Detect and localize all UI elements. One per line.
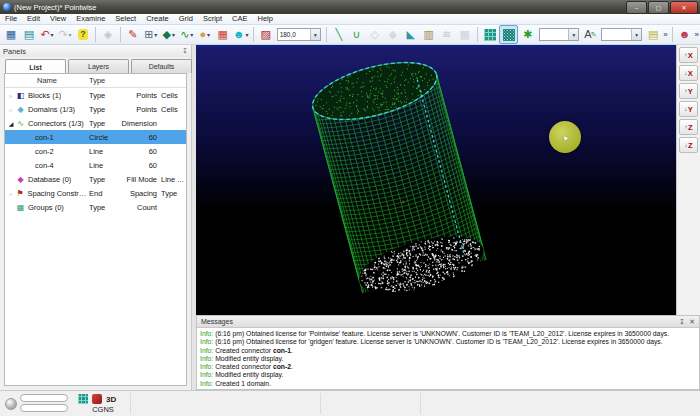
cube-wireframe-icon-glyph: ⊞ [144, 29, 153, 40]
rotation-angle-combo[interactable]: 180,0▾ [277, 28, 321, 41]
status-icons: 3D [78, 394, 116, 404]
tree-row-database-0[interactable]: ◆Database (0)TypeFill ModeLine ... [5, 172, 186, 186]
menu-item-create[interactable]: Create [141, 14, 174, 24]
pin-icon[interactable]: ↧ [182, 47, 188, 55]
menu-item-cae[interactable]: CAE [227, 14, 252, 24]
tree-cell-value: Points [117, 105, 157, 114]
connector-curve-icon[interactable]: ∿▾ [178, 26, 195, 43]
menu-item-help[interactable]: Help [252, 14, 277, 24]
cube-wireframe-icon[interactable]: ⊞▾ [142, 26, 159, 43]
view-minus-z-button[interactable]: ↓Z [679, 137, 698, 153]
draw-line-icon[interactable]: ╲ [330, 26, 347, 43]
menu-item-view[interactable]: View [45, 14, 71, 24]
chevron-down-icon[interactable]: ▾ [51, 31, 54, 38]
groups-icon: ▦ [15, 203, 26, 212]
tree-cell-type: Type [89, 91, 117, 100]
tree-row-groups-0[interactable]: ▦Groups (0)TypeCount [5, 200, 186, 214]
message-info-label: Info: [200, 355, 215, 362]
structured-grid-icon[interactable] [481, 26, 498, 43]
help-icon[interactable]: ? [75, 26, 92, 43]
view-plus-x-button[interactable]: ↑X [679, 47, 698, 63]
tree-row-spacing-constrai[interactable]: ▹⚑Spacing Constrai...EndSpacingType [5, 186, 186, 200]
minimize-button[interactable]: – [626, 1, 647, 14]
cae-solver-icon[interactable] [92, 394, 102, 404]
gray-diamond-icon-glyph: ◇ [371, 29, 379, 40]
toolbar-separator-6 [672, 27, 673, 42]
maximize-button[interactable]: ▢ [648, 1, 669, 14]
chevron-down-icon[interactable]: ▾ [207, 31, 210, 38]
connectors-icon: ∿ [15, 119, 26, 128]
tree-cell-extra: Type [157, 189, 186, 198]
tree-cell-value: Fill Mode [117, 175, 157, 184]
twisty-icon[interactable]: ▹ [7, 190, 15, 197]
mask-red-icon[interactable]: ☻ [676, 26, 693, 43]
menu-item-examine[interactable]: Examine [71, 14, 110, 24]
spacing-edit-icon-extra: ✎ [591, 31, 597, 39]
wedge-icon[interactable]: ◣ [402, 26, 419, 43]
dimension-combo[interactable]: ▾ [539, 28, 580, 41]
message-text: Created connector [215, 347, 273, 354]
chevron-down-icon[interactable]: ▾ [154, 31, 157, 38]
tree-cell-type: Line [89, 147, 117, 156]
twisty-icon[interactable]: ▹ [7, 106, 15, 113]
tree-row-con-2[interactable]: con-2Line60 [5, 144, 186, 158]
tree-cell-value: Dimension [117, 119, 157, 128]
chevron-down-icon[interactable]: ▾ [568, 29, 578, 40]
toolbar-overflow-1[interactable]: » [663, 30, 667, 39]
tab-defaults[interactable]: Defaults [131, 59, 192, 73]
unstructured-grid-icon[interactable] [499, 25, 518, 44]
menu-item-file[interactable]: File [0, 14, 22, 24]
toolbar-overflow-2[interactable]: » [695, 30, 699, 39]
messages-pin-icon[interactable]: ↧ [679, 318, 685, 326]
menu-item-script[interactable]: Script [198, 14, 227, 24]
open-folder-icon-glyph: ▤ [24, 29, 34, 40]
twisty-icon[interactable]: ▹ [7, 92, 15, 99]
chevron-down-icon[interactable]: ▾ [172, 31, 175, 38]
coil-icon-glyph: ≋ [442, 29, 451, 40]
tab-layers[interactable]: Layers [68, 59, 129, 73]
tab-list[interactable]: List [5, 59, 66, 74]
message-info-label: Info: [200, 338, 215, 345]
spacing-edit-icon[interactable]: A✎ [582, 26, 599, 43]
grid-mode-icon[interactable] [78, 394, 88, 404]
menu-item-select[interactable]: Select [110, 14, 141, 24]
draw-arc-icon[interactable]: ∪ [348, 26, 365, 43]
brick-icon[interactable]: ▥ [420, 26, 437, 43]
view-minus-x-button[interactable]: ↓X [679, 65, 698, 81]
paintbrush-icon[interactable]: ✎ [124, 26, 141, 43]
chevron-down-icon[interactable]: ▾ [310, 29, 320, 40]
tree-cell-value: Points [117, 91, 157, 100]
open-folder-icon[interactable]: ▤ [21, 26, 38, 43]
gray-diamond-icon: ◇ [366, 26, 383, 43]
spacing-combo[interactable]: ▾ [601, 28, 642, 41]
tree-row-connectors-1-3[interactable]: ◢∿Connectors (1/3)TypeDimension [5, 116, 186, 130]
examine-icon[interactable]: ▨ [257, 26, 274, 43]
chevron-down-icon[interactable]: ▾ [69, 31, 72, 38]
close-button[interactable]: ✕ [670, 1, 698, 14]
sphere-icon[interactable]: ●▾ [196, 26, 213, 43]
undo-icon[interactable]: ↶▾ [39, 26, 56, 43]
view-plus-y-button[interactable]: ↑Y [679, 83, 698, 99]
picture-icon[interactable]: ▦ [214, 26, 231, 43]
tree-row-blocks-1[interactable]: ▹◧Blocks (1)TypePointsCells [5, 88, 186, 102]
chevron-down-icon[interactable]: ▾ [631, 29, 641, 40]
menu-item-edit[interactable]: Edit [22, 14, 45, 24]
view-minus-y-button[interactable]: ↓Y [679, 101, 698, 117]
tree-row-domains-1-3[interactable]: ▹◆Domains (1/3)TypePointsCells [5, 102, 186, 116]
tree-cell-value: Spacing [117, 189, 157, 198]
save-icon[interactable]: ▦ [3, 26, 20, 43]
dimension-tool-icon[interactable]: ✱ [519, 26, 536, 43]
menu-item-grid[interactable]: Grid [174, 14, 198, 24]
tree-row-con-4[interactable]: con-4Line60 [5, 158, 186, 172]
chevron-down-icon[interactable]: ▾ [190, 31, 193, 38]
messages-close-icon[interactable]: ✕ [689, 318, 695, 326]
layers-stack-icon[interactable]: ▤ [645, 26, 662, 43]
domain-diamond-icon[interactable]: ◆▾ [160, 26, 177, 43]
display-viewport[interactable]: + ▲ [196, 45, 676, 315]
tree-row-con-1[interactable]: con-1Circle60 [5, 130, 186, 144]
message-text: Created 1 domain. [215, 380, 271, 387]
chevron-down-icon[interactable]: ▾ [246, 31, 249, 38]
view-plus-z-button[interactable]: ↑Z [679, 119, 698, 135]
ghost-icon[interactable]: ☻▾ [232, 26, 249, 43]
twisty-icon[interactable]: ◢ [7, 120, 15, 127]
